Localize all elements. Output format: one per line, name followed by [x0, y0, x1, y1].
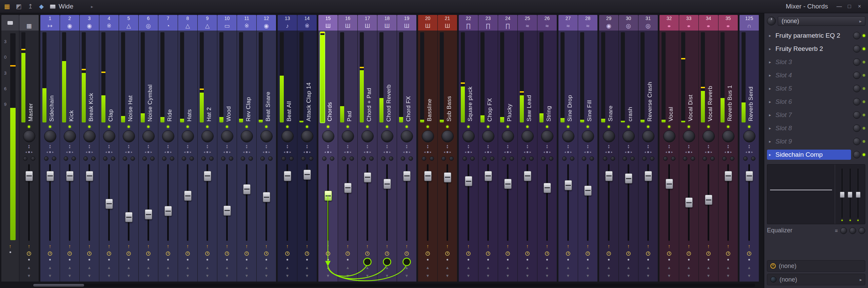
- mute-led[interactable]: [386, 259, 388, 261]
- volume-fader[interactable]: [478, 162, 498, 243]
- clock-icon[interactable]: [607, 251, 611, 256]
- scroll-down-triangle[interactable]: ▼: [87, 273, 92, 278]
- slot-chevron-icon[interactable]: ▸: [769, 33, 773, 38]
- track-enable-led[interactable]: [139, 124, 158, 129]
- stereo-separation-control[interactable]: ▴ ▾: [638, 144, 658, 149]
- fader-handle[interactable]: [204, 171, 211, 181]
- mixer-track-strip[interactable]: 17 Ш Chord + Pad ▴ ▾ ◂ ▸ ↑: [358, 15, 377, 282]
- clock-icon[interactable]: [506, 251, 510, 256]
- volume-fader[interactable]: [119, 162, 138, 243]
- draw-icon[interactable]: ◆: [39, 3, 44, 9]
- clock-icon[interactable]: [305, 251, 309, 256]
- scrollbar-thumb[interactable]: [33, 284, 84, 287]
- track-enable-led[interactable]: [278, 124, 297, 129]
- mixer-track-strip[interactable]: 23 ∏ Chop FX ▴ ▾ ◂ ▸ ↑: [478, 15, 498, 282]
- mixer-track-strip[interactable]: 10 ▭ Wood ▴ ▾ ◂ ▸ ↑: [217, 15, 237, 282]
- mini-knob-right[interactable]: [350, 156, 354, 161]
- mini-knob-left[interactable]: [562, 156, 567, 161]
- mixer-track-strip[interactable]: 34 ● Vocal Reverb ▴ ▾ ◂ ▸ ↑: [699, 15, 718, 282]
- fx-slot-label[interactable]: Slot 7: [775, 111, 792, 119]
- mini-knob-right[interactable]: [111, 156, 115, 161]
- track-name[interactable]: Reverb Send: [748, 87, 754, 121]
- track-number[interactable]: 32: [659, 15, 679, 21]
- clock-icon[interactable]: [244, 251, 249, 256]
- scroll-up-triangle[interactable]: ▲: [726, 265, 730, 270]
- maximize-button[interactable]: □: [845, 3, 854, 9]
- mini-knob-right[interactable]: [91, 156, 96, 161]
- route-to-master-icon[interactable]: ↑: [679, 243, 698, 250]
- track-header[interactable]: 35 ●: [718, 15, 738, 31]
- scroll-up-triangle[interactable]: ▲: [667, 265, 671, 270]
- track-name[interactable]: Break Kick: [88, 93, 95, 121]
- mute-led[interactable]: [668, 259, 670, 261]
- track-enable-led[interactable]: [178, 124, 197, 129]
- scroll-up-triangle[interactable]: ▲: [687, 265, 691, 270]
- volume-fader[interactable]: [679, 162, 698, 243]
- fx-slot-button[interactable]: ▸ Slot 3: [767, 57, 851, 67]
- route-to-master-icon[interactable]: ↑: [418, 243, 437, 250]
- mini-knob-left[interactable]: [521, 156, 526, 161]
- mute-led[interactable]: [69, 259, 71, 261]
- pan-knob[interactable]: [44, 130, 56, 142]
- slot-mix-knob[interactable]: [853, 85, 861, 92]
- mixer-track-strip[interactable]: 6 ◎ Noise Cymbal ▴ ▾ ◂ ▸ ↑: [139, 15, 158, 282]
- track-name[interactable]: Master: [27, 103, 34, 121]
- mixer-track-strip[interactable]: 3 ◉ Break Kick ▴ ▾ ◂ ▸ ↑: [80, 15, 99, 282]
- mute-led[interactable]: [727, 259, 729, 261]
- mini-knob-right[interactable]: [190, 156, 194, 161]
- track-name[interactable]: Snare: [607, 105, 614, 121]
- scroll-down-triangle[interactable]: ▼: [607, 273, 611, 278]
- fader-handle[interactable]: [485, 171, 492, 181]
- fx-slot-label[interactable]: Slot 6: [775, 98, 792, 105]
- eq-mid-knob[interactable]: [849, 227, 856, 234]
- mini-knob-right[interactable]: [170, 156, 174, 161]
- scroll-up-triangle[interactable]: ▲: [586, 265, 590, 270]
- scroll-up-triangle[interactable]: ▲: [506, 265, 510, 270]
- track-enable-led[interactable]: [60, 124, 79, 129]
- stereo-separation-control[interactable]: ▴ ▾: [558, 144, 578, 149]
- horizontal-scrollbar[interactable]: [33, 284, 755, 287]
- eq-mini-slider[interactable]: [840, 167, 845, 221]
- layout-chevron-icon[interactable]: ▸: [91, 4, 93, 9]
- track-name[interactable]: Bassline: [426, 99, 433, 121]
- volume-fader[interactable]: [659, 162, 679, 243]
- track-number[interactable]: 35: [718, 15, 738, 21]
- volume-fader[interactable]: [358, 162, 377, 243]
- fx-slot-row[interactable]: ▸ Slot 7: [767, 109, 865, 121]
- mini-knob-right[interactable]: [330, 156, 334, 161]
- route-to-master-icon[interactable]: ↑: [599, 243, 618, 250]
- fader-handle[interactable]: [364, 172, 371, 183]
- mini-knob-left[interactable]: [482, 156, 487, 161]
- mute-led[interactable]: [226, 259, 228, 261]
- volume-fader[interactable]: [318, 162, 338, 243]
- track-header[interactable]: 12 ◉: [257, 15, 276, 31]
- track-enable-led[interactable]: [358, 124, 377, 129]
- track-enable-led[interactable]: [718, 124, 738, 129]
- scroll-up-triangle[interactable]: ▲: [166, 265, 170, 270]
- mute-led[interactable]: [567, 259, 569, 261]
- pan-knob[interactable]: [381, 130, 393, 142]
- route-to-master-icon[interactable]: ↑: [158, 243, 178, 250]
- track-number[interactable]: 14: [297, 15, 317, 21]
- pan-knob[interactable]: [502, 130, 514, 142]
- track-header[interactable]: 13 ♪: [278, 15, 297, 31]
- mini-knob-right[interactable]: [671, 156, 675, 161]
- mini-knob-left[interactable]: [502, 156, 506, 161]
- slot-enable-led[interactable]: [863, 61, 865, 63]
- track-number[interactable]: 11: [237, 15, 256, 21]
- mini-knob-left[interactable]: [743, 156, 748, 161]
- mini-knob-left[interactable]: [123, 156, 127, 161]
- track-number[interactable]: 15: [318, 15, 338, 21]
- fader-handle[interactable]: [645, 171, 652, 181]
- stereo-separation-control[interactable]: ▴ ▾: [99, 144, 119, 149]
- mixer-track-strip[interactable]: 13 ♪ Beat All ▴ ▾ ◂ ▸ ↑: [278, 15, 297, 282]
- mixer-track-strip[interactable]: 15 Ш Chords ▴ ▾ ◂ ▸ ↑: [318, 15, 338, 282]
- track-enable-led[interactable]: [478, 124, 498, 129]
- clock-icon[interactable]: [445, 251, 450, 256]
- pan-knob[interactable]: [23, 130, 35, 142]
- scroll-down-triangle[interactable]: ▼: [127, 273, 131, 278]
- layout-label[interactable]: Wide: [59, 3, 73, 10]
- track-name[interactable]: Vocal: [668, 107, 674, 121]
- fader-handle[interactable]: [465, 176, 472, 186]
- track-enable-led[interactable]: [158, 124, 178, 129]
